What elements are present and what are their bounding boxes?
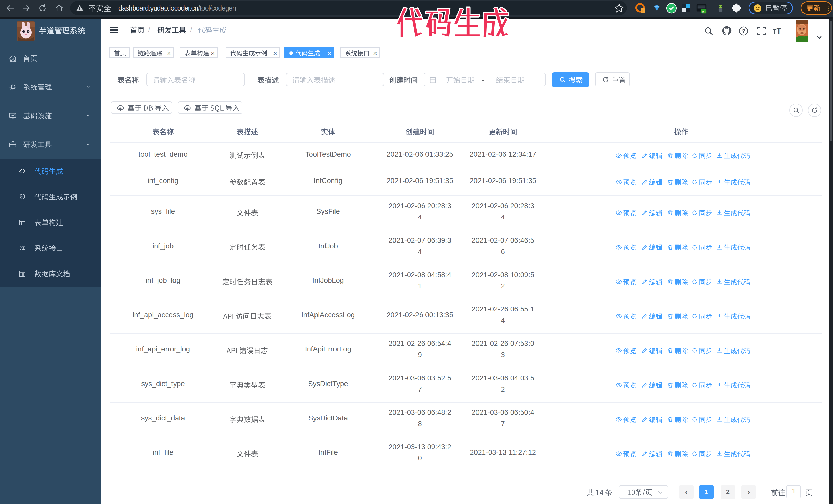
svg-text:on: on — [702, 10, 706, 13]
svg-text:?: ? — [742, 28, 745, 34]
svg-text:1: 1 — [642, 9, 644, 13]
